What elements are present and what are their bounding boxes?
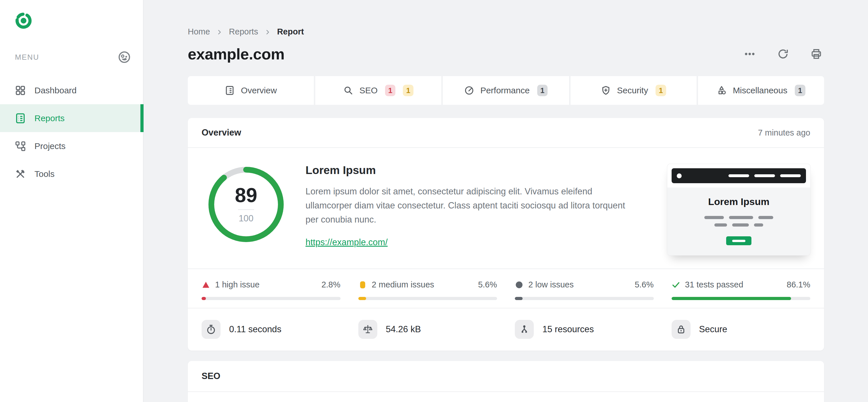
tab-security[interactable]: Security 1 [570,76,696,105]
sidebar-item-label: Reports [34,114,65,123]
seo-section-card: SEO [188,361,824,402]
overview-card-title: Overview [202,127,241,138]
medium-issues-badge: 1 [655,85,666,96]
passed-check-icon [672,281,680,289]
print-icon [810,48,823,60]
site-url-link[interactable]: https://example.com/ [306,237,388,248]
stat-progress-fill [358,297,366,300]
report-tabs: Overview SEO 1 1 Performance 1 [188,76,824,105]
stat-percent: 5.6% [478,280,497,289]
score-gauge: 89 100 [206,164,286,245]
medium-issues-badge: 1 [403,85,413,96]
breadcrumb-home[interactable]: Home [188,27,210,36]
tab-performance[interactable]: Performance 1 [443,76,569,105]
tools-icon [15,168,26,180]
refresh-icon [777,48,789,60]
breadcrumb-reports[interactable]: Reports [229,27,258,36]
high-issue-icon [202,281,210,289]
site-screenshot-thumbnail: Lorem Ipsum [667,164,810,255]
stopwatch-icon [202,320,220,339]
thumbnail-cta-button [726,236,751,245]
metric-label: Secure [699,324,727,335]
overview-card: Overview 7 minutes ago 89 100 Lorem Ipsu… [188,118,824,350]
sidebar-nav: Dashboard Reports Project [0,76,143,188]
metric-page-weight: 54.26 kB [358,320,497,339]
sidebar-toggle-button[interactable] [118,51,131,64]
search-icon [343,86,353,95]
stat-label: 31 tests passed [685,280,743,289]
scale-icon [358,320,377,339]
tab-label: Overview [241,86,277,95]
thumbnail-logo-dot [677,174,682,178]
stat-label: 2 low issues [528,280,574,289]
stat-label: 1 high issue [215,280,259,289]
tab-seo[interactable]: SEO 1 1 [315,76,441,105]
high-issues-badge: 1 [385,85,395,96]
sidebar-item-dashboard[interactable]: Dashboard [0,76,143,104]
stat-progress-fill [515,297,523,300]
lock-icon [672,320,690,339]
score-divider [238,209,254,210]
sidebar-item-label: Tools [34,169,55,179]
stat-percent: 86.1% [787,280,810,289]
stat-progress-fill [672,297,791,300]
seo-section-title: SEO [202,371,220,381]
breadcrumb: Home Reports Report [188,0,824,36]
stat-percent: 5.6% [634,280,653,289]
low-issue-icon [515,281,523,289]
breadcrumb-current: Report [277,27,304,36]
score-value: 89 [235,185,257,205]
refresh-button[interactable] [775,46,791,62]
stat-label: 2 medium issues [372,280,434,289]
more-icon [744,48,756,60]
thumbnail-text-row [667,216,810,219]
sidebar-item-tools[interactable]: Tools [0,160,143,188]
overview-list-icon [225,86,235,95]
face-toggle-icon [118,51,131,64]
tab-label: SEO [360,86,378,95]
thumbnail-page-title: Lorem Ipsum [667,196,810,207]
resources-icon [515,320,534,339]
app-logo-icon [14,11,143,30]
sidebar-item-label: Dashboard [34,86,77,95]
stat-medium-issues: 2 medium issues 5.6% [358,280,497,300]
metric-label: 0.11 seconds [229,324,281,335]
stat-low-issues: 2 low issues 5.6% [515,280,654,300]
tab-label: Miscellaneous [733,86,787,95]
stat-percent: 2.8% [321,280,340,289]
thumbnail-text-row [667,223,810,226]
metric-label: 15 resources [542,324,594,335]
print-button[interactable] [809,46,824,62]
report-timestamp: 7 minutes ago [758,128,810,137]
medium-issue-icon [358,281,367,289]
stat-progress-fill [202,297,206,300]
site-description: Lorem ipsum dolor sit amet, consectetur … [306,185,639,227]
metric-security: Secure [672,320,811,339]
metric-resources: 15 resources [515,320,654,339]
thumbnail-browser-bar [672,168,806,183]
issues-badge: 1 [795,85,805,96]
site-heading: Lorem Ipsum [306,164,639,177]
score-total: 100 [239,213,253,224]
sidebar-item-reports[interactable]: Reports [0,104,143,132]
menu-section-label: MENU [15,53,39,62]
metric-label: 54.26 kB [386,324,421,335]
tab-miscellaneous[interactable]: Miscellaneous 1 [698,76,824,105]
sidebar-item-projects[interactable]: Projects [0,132,143,160]
issues-summary-row: 1 high issue 2.8% 2 medium issues 5.6% [188,269,824,308]
tab-label: Performance [480,86,530,95]
sidebar: MENU Dashboard [0,0,144,402]
more-actions-button[interactable] [742,46,757,62]
shield-icon [601,86,611,95]
shapes-icon [717,86,726,95]
tab-overview[interactable]: Overview [188,76,314,105]
dashboard-grid-icon [15,85,26,96]
projects-flow-icon [15,141,26,152]
chevron-right-icon [216,29,222,35]
sidebar-item-label: Projects [34,141,65,151]
metric-load-time: 0.11 seconds [202,320,341,339]
tab-label: Security [617,86,648,95]
page-title: example.com [188,45,284,63]
main-content: Home Reports Report example.com [144,0,868,402]
metrics-row: 0.11 seconds 54.26 kB [188,308,824,350]
